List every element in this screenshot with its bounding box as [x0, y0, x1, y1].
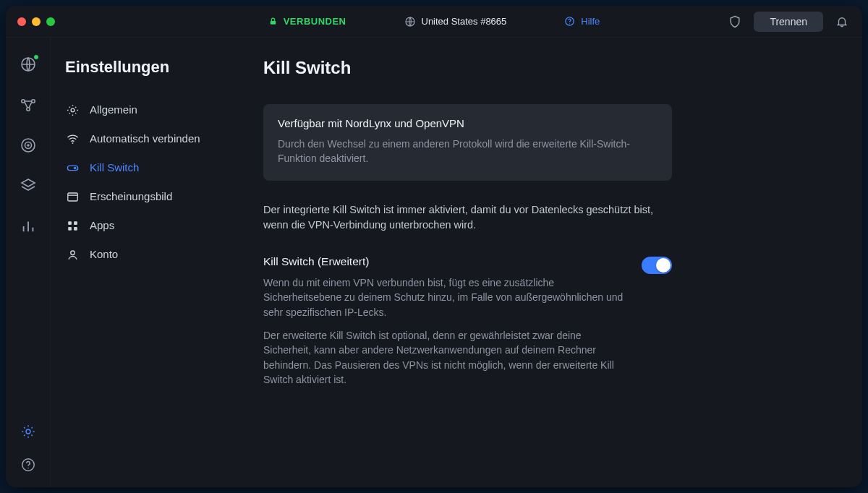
help-icon [564, 16, 575, 27]
intro-text: Der integrierte Kill Switch ist immer ak… [263, 202, 668, 234]
settings-title: Einstellungen [65, 58, 220, 77]
nav-item-apps[interactable]: Apps [65, 218, 220, 233]
nav-item-appearance[interactable]: Erscheinungsbild [65, 189, 220, 204]
rail-layers-icon[interactable] [19, 176, 38, 195]
settings-sidebar: Einstellungen Allgemein Automatisch verb… [51, 38, 231, 487]
svg-point-10 [27, 145, 29, 146]
page-title: Kill Switch [263, 58, 804, 78]
svg-rect-21 [68, 227, 72, 231]
setting-label: Kill Switch (Erweitert) [263, 255, 624, 268]
setting-row-kill-switch-advanced: Kill Switch (Erweitert) Wenn du mit eine… [263, 255, 672, 395]
rail-stats-icon[interactable] [19, 217, 38, 236]
setting-text: Kill Switch (Erweitert) Wenn du mit eine… [263, 255, 624, 395]
nav-item-account[interactable]: Konto [65, 247, 220, 262]
nav-label: Konto [90, 248, 118, 262]
globe-icon [404, 16, 416, 27]
nav-label: Allgemein [90, 103, 137, 117]
svg-point-15 [72, 142, 73, 144]
svg-rect-20 [74, 221, 77, 225]
titlebar-right: Trennen [726, 6, 851, 38]
svg-rect-16 [67, 166, 77, 170]
help-link[interactable]: Hilfe [564, 16, 600, 27]
disconnect-button[interactable]: Trennen [754, 12, 823, 32]
settings-content: Kill Switch Verfügbar mit NordLynx und O… [231, 38, 862, 487]
window-icon [65, 189, 80, 204]
titlebar: VERBUNDEN United States #8665 Hilfe Tren… [6, 6, 862, 38]
connected-server[interactable]: United States #8665 [404, 16, 507, 27]
svg-point-7 [26, 108, 29, 111]
svg-rect-18 [67, 192, 77, 200]
kill-switch-advanced-toggle[interactable] [642, 257, 672, 274]
shield-icon[interactable] [726, 13, 744, 30]
svg-point-11 [26, 429, 30, 434]
nav-label: Automatisch verbinden [90, 132, 200, 146]
switch-icon [65, 160, 80, 175]
rail-mesh-icon[interactable] [19, 95, 38, 114]
maximize-window-button[interactable] [46, 17, 55, 26]
info-box: Verfügbar mit NordLynx und OpenVPN Durch… [263, 104, 672, 181]
rail-settings-icon[interactable] [19, 422, 38, 441]
nav-item-allgemein[interactable]: Allgemein [65, 103, 220, 117]
close-window-button[interactable] [17, 17, 26, 26]
settings-nav-list: Allgemein Automatisch verbinden Kill Swi… [65, 103, 220, 262]
wifi-icon [65, 132, 80, 146]
svg-rect-22 [74, 227, 77, 231]
setting-desc-2: Der erweiterte Kill Switch ist optional,… [263, 328, 624, 387]
svg-point-14 [71, 108, 75, 112]
svg-rect-19 [68, 221, 72, 225]
svg-point-13 [27, 468, 28, 468]
status-label: VERBUNDEN [284, 16, 346, 27]
nav-label: Erscheinungsbild [90, 190, 172, 204]
rail-target-icon[interactable] [19, 136, 38, 155]
svg-point-17 [73, 166, 75, 168]
info-box-text: Durch den Wechsel zu einem anderen Proto… [278, 137, 658, 166]
nav-label: Kill Switch [90, 161, 139, 175]
nav-label: Apps [90, 219, 114, 233]
rail-support-icon[interactable] [19, 455, 38, 474]
help-label: Hilfe [581, 16, 600, 27]
info-box-title: Verfügbar mit NordLynx und OpenVPN [278, 117, 658, 129]
window-controls [17, 17, 55, 26]
gear-icon [65, 103, 80, 117]
server-label: United States #8665 [422, 16, 507, 27]
user-icon [65, 247, 80, 262]
window-body: Einstellungen Allgemein Automatisch verb… [6, 38, 862, 487]
bell-icon[interactable] [833, 13, 851, 30]
lock-icon [268, 17, 278, 26]
toggle-knob-icon [656, 258, 671, 273]
svg-point-3 [569, 23, 570, 24]
rail-globe-icon[interactable] [19, 55, 38, 74]
svg-rect-0 [270, 21, 276, 25]
setting-desc-1: Wenn du mit einem VPN verbunden bist, fü… [263, 275, 624, 320]
app-window: VERBUNDEN United States #8665 Hilfe Tren… [6, 6, 862, 487]
connection-status: VERBUNDEN [268, 16, 346, 27]
nav-item-auto-connect[interactable]: Automatisch verbinden [65, 132, 220, 146]
rail-bottom [19, 422, 38, 474]
rail-top [19, 55, 38, 236]
minimize-window-button[interactable] [32, 17, 41, 26]
grid-icon [65, 218, 80, 233]
left-rail [6, 38, 51, 487]
nav-item-kill-switch[interactable]: Kill Switch [65, 160, 220, 175]
status-dot-icon [33, 54, 39, 60]
svg-point-23 [70, 250, 75, 254]
